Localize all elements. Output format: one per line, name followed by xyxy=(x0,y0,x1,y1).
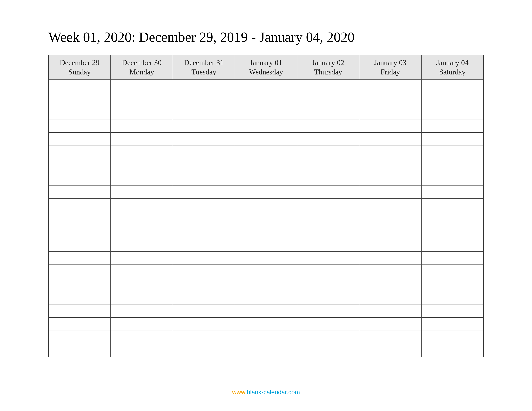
header-day: Friday xyxy=(361,67,420,77)
empty-cell xyxy=(48,265,111,278)
empty-cell xyxy=(173,185,235,199)
empty-cell xyxy=(421,265,484,278)
table-row xyxy=(48,146,484,159)
empty-cell xyxy=(173,291,235,304)
empty-cell xyxy=(297,93,359,106)
empty-cell xyxy=(235,146,297,159)
table-row xyxy=(48,172,484,185)
empty-cell xyxy=(235,252,297,265)
table-row xyxy=(48,199,484,212)
empty-cell xyxy=(48,119,111,132)
empty-cell xyxy=(421,291,484,304)
empty-cell xyxy=(173,93,235,106)
empty-cell xyxy=(235,212,297,225)
empty-cell xyxy=(111,106,173,119)
empty-cell xyxy=(235,199,297,212)
empty-cell xyxy=(173,132,235,146)
empty-cell xyxy=(359,185,421,199)
empty-cell xyxy=(359,252,421,265)
empty-cell xyxy=(111,344,173,357)
header-day: Tuesday xyxy=(174,67,233,77)
empty-cell xyxy=(235,132,297,146)
empty-cell xyxy=(359,238,421,252)
empty-cell xyxy=(48,199,111,212)
empty-cell xyxy=(173,225,235,238)
empty-cell xyxy=(111,146,173,159)
empty-cell xyxy=(173,344,235,357)
empty-cell xyxy=(173,318,235,331)
empty-cell xyxy=(173,212,235,225)
empty-cell xyxy=(359,146,421,159)
empty-cell xyxy=(235,159,297,172)
table-row xyxy=(48,291,484,304)
empty-cell xyxy=(48,238,111,252)
table-row xyxy=(48,318,484,331)
empty-cell xyxy=(111,318,173,331)
empty-cell xyxy=(297,172,359,185)
header-date: December 30 xyxy=(112,58,171,67)
empty-cell xyxy=(421,199,484,212)
empty-cell xyxy=(297,278,359,291)
page: Week 01, 2020: December 29, 2019 - Janua… xyxy=(0,0,532,411)
empty-cell xyxy=(111,185,173,199)
empty-cell xyxy=(421,185,484,199)
header-cell-1: December 30 Monday xyxy=(111,55,173,80)
empty-cell xyxy=(421,331,484,344)
empty-cell xyxy=(359,304,421,318)
table-row xyxy=(48,132,484,146)
empty-cell xyxy=(297,252,359,265)
table-row xyxy=(48,344,484,357)
empty-cell xyxy=(173,238,235,252)
empty-cell xyxy=(235,119,297,132)
header-date: January 02 xyxy=(299,58,358,67)
empty-cell xyxy=(111,132,173,146)
table-row xyxy=(48,159,484,172)
empty-cell xyxy=(359,119,421,132)
empty-cell xyxy=(173,172,235,185)
empty-cell xyxy=(48,225,111,238)
empty-cell xyxy=(111,278,173,291)
empty-cell xyxy=(48,252,111,265)
empty-cell xyxy=(173,265,235,278)
empty-cell xyxy=(421,318,484,331)
header-day: Saturday xyxy=(423,67,482,77)
empty-cell xyxy=(48,106,111,119)
empty-cell xyxy=(173,159,235,172)
footer-www: www. xyxy=(232,389,247,395)
empty-cell xyxy=(421,119,484,132)
empty-cell xyxy=(359,344,421,357)
empty-cell xyxy=(297,291,359,304)
empty-cell xyxy=(297,159,359,172)
empty-cell xyxy=(111,93,173,106)
empty-cell xyxy=(359,106,421,119)
empty-cell xyxy=(297,331,359,344)
table-row xyxy=(48,225,484,238)
empty-cell xyxy=(235,265,297,278)
empty-cell xyxy=(235,225,297,238)
empty-cell xyxy=(173,252,235,265)
empty-cell xyxy=(359,331,421,344)
table-row xyxy=(48,252,484,265)
header-day: Wednesday xyxy=(236,67,295,77)
empty-cell xyxy=(297,304,359,318)
empty-cell xyxy=(421,172,484,185)
empty-cell xyxy=(297,265,359,278)
header-date: December 29 xyxy=(50,58,109,67)
empty-cell xyxy=(111,159,173,172)
empty-cell xyxy=(359,278,421,291)
table-row xyxy=(48,106,484,119)
footer-link[interactable]: www.blank-calendar.com xyxy=(0,389,532,396)
empty-cell xyxy=(359,291,421,304)
empty-cell xyxy=(111,331,173,344)
empty-cell xyxy=(421,304,484,318)
header-day: Thursday xyxy=(299,67,358,77)
empty-cell xyxy=(111,199,173,212)
empty-cell xyxy=(297,212,359,225)
empty-cell xyxy=(173,304,235,318)
header-date: January 01 xyxy=(236,58,295,67)
footer-domain: blank-calendar.com xyxy=(247,389,300,395)
empty-cell xyxy=(48,291,111,304)
empty-cell xyxy=(173,278,235,291)
empty-cell xyxy=(111,225,173,238)
empty-cell xyxy=(421,80,484,93)
